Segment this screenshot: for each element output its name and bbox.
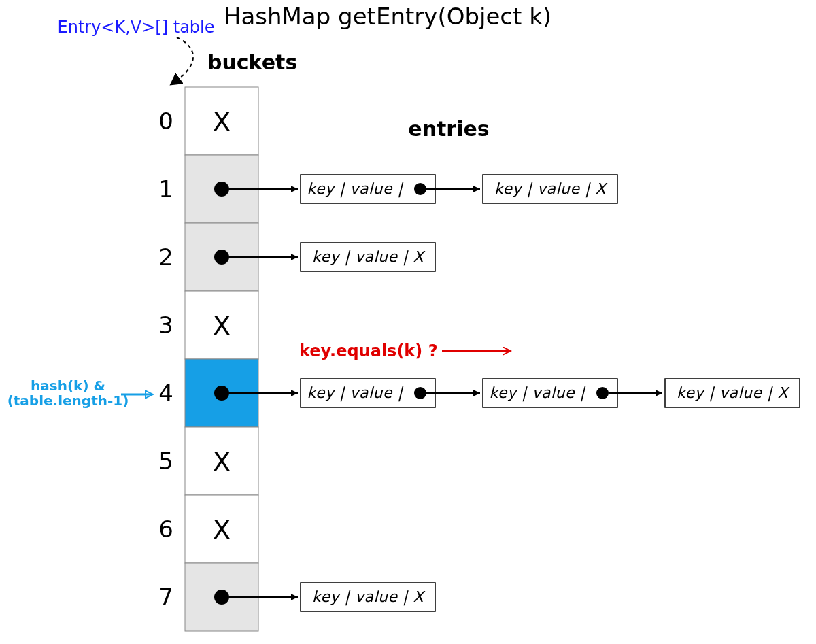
entry-text-4-0: key | value | <box>307 384 404 402</box>
bucket-pointer-2 <box>214 250 229 265</box>
equals-label: key.equals(k) ? <box>299 341 438 360</box>
bucket-index-5: 5 <box>158 447 173 475</box>
bucket-index-3: 3 <box>158 311 173 339</box>
bucket-index-0: 0 <box>158 107 173 135</box>
entry-next-dot-4-1 <box>596 387 609 399</box>
entry-text-1-0: key | value | <box>307 180 404 198</box>
bucket-null-0: X <box>213 107 231 137</box>
table-arrow <box>177 37 193 80</box>
bucket-index-7: 7 <box>158 583 173 611</box>
bucket-null-3: X <box>213 311 231 341</box>
bucket-index-6: 6 <box>158 515 173 543</box>
table-type-label: Entry<K,V>[] table <box>58 18 215 37</box>
hash-label-line2: (table.length-1) <box>7 392 129 409</box>
bucket-index-2: 2 <box>158 243 173 271</box>
entry-text-1-1: key | value | X <box>494 180 608 198</box>
entry-text-4-2: key | value | X <box>677 384 790 402</box>
entry-text-2-0: key | value | X <box>312 248 426 266</box>
entry-text-7-0: key | value | X <box>312 588 426 606</box>
bucket-null-5: X <box>213 447 231 477</box>
entry-next-dot-4-0 <box>414 387 426 399</box>
buckets-label: buckets <box>207 50 297 74</box>
entry-text-4-1: key | value | <box>490 384 586 402</box>
hash-label-line1: hash(k) & <box>31 377 105 394</box>
diagram-title: HashMap getEntry(Object k) <box>224 3 551 30</box>
bucket-pointer-1 <box>214 182 229 197</box>
bucket-null-6: X <box>213 515 231 545</box>
bucket-pointer-7 <box>214 590 229 605</box>
bucket-index-4: 4 <box>158 379 173 407</box>
entry-next-dot-1-0 <box>414 183 426 195</box>
entries-label: entries <box>408 117 489 141</box>
bucket-index-1: 1 <box>158 175 173 203</box>
bucket-pointer-4 <box>214 386 229 401</box>
